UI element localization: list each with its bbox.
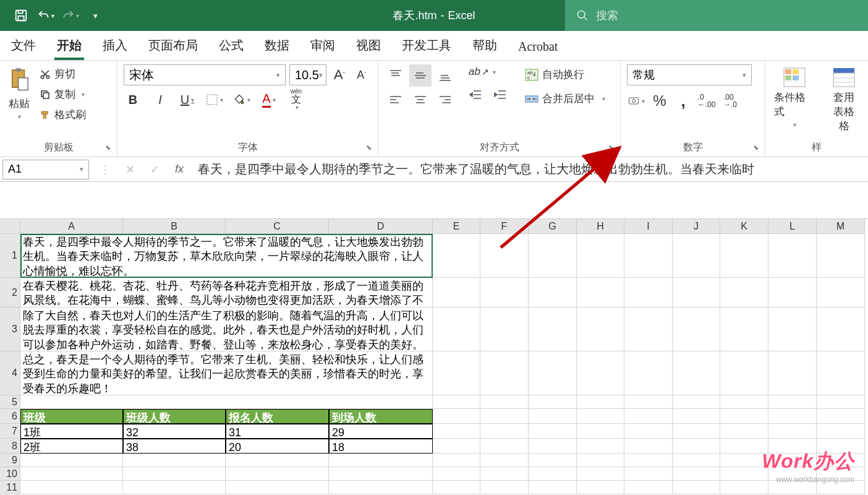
cell[interactable] xyxy=(673,409,720,424)
cell[interactable] xyxy=(20,481,123,494)
fill-color-button[interactable] xyxy=(232,90,251,109)
cell[interactable] xyxy=(433,439,480,454)
cell[interactable] xyxy=(20,467,123,481)
cell[interactable] xyxy=(577,439,624,454)
cell[interactable] xyxy=(817,409,865,424)
cell[interactable]: 班级 xyxy=(20,409,123,424)
cell[interactable] xyxy=(577,308,624,351)
cell[interactable] xyxy=(768,424,817,439)
cell[interactable] xyxy=(720,409,768,424)
cell[interactable]: 到场人数 xyxy=(329,409,433,424)
cancel-formula-icon[interactable]: ✕ xyxy=(117,163,142,176)
cell[interactable] xyxy=(577,481,624,494)
insert-function-icon[interactable]: fx xyxy=(167,163,192,176)
conditional-format-button[interactable]: 条件格式▾ xyxy=(772,64,817,131)
cell[interactable] xyxy=(529,234,577,278)
increase-font-icon[interactable]: Aˆ xyxy=(330,66,349,84)
align-bottom-icon[interactable] xyxy=(434,64,456,87)
save-icon[interactable] xyxy=(12,7,30,24)
table-format-button[interactable]: 套用 表格格 xyxy=(826,64,862,136)
cell[interactable] xyxy=(226,454,329,467)
increase-indent-icon[interactable] xyxy=(491,85,509,104)
cell[interactable] xyxy=(480,234,529,278)
cell[interactable] xyxy=(624,439,673,454)
col-header-A[interactable]: A xyxy=(20,219,123,234)
cell[interactable]: 报名人数 xyxy=(226,409,329,424)
cell[interactable] xyxy=(123,454,226,467)
cell[interactable]: 2班 xyxy=(20,439,123,454)
currency-button[interactable] xyxy=(627,92,645,110)
tab-help[interactable]: 帮助 xyxy=(470,33,500,60)
cell[interactable] xyxy=(433,234,480,278)
cell[interactable] xyxy=(720,481,768,494)
tab-layout[interactable]: 页面布局 xyxy=(146,33,200,60)
cell[interactable] xyxy=(768,395,817,409)
decrease-decimal-icon[interactable]: .00→.0 xyxy=(721,92,739,110)
cell[interactable] xyxy=(817,395,865,409)
cell[interactable]: 春天，是四季中最令人期待的季节之一。它带来了温暖的气息，让大地焕发出勃勃生机。当… xyxy=(20,234,433,278)
row-header-7[interactable]: 7 xyxy=(0,424,20,439)
cell[interactable] xyxy=(673,234,720,278)
align-top-icon[interactable] xyxy=(385,64,407,87)
cell[interactable] xyxy=(720,308,768,351)
cell[interactable] xyxy=(817,351,865,395)
cell[interactable] xyxy=(433,278,480,308)
cell[interactable] xyxy=(123,467,226,481)
font-launcher[interactable]: ⬊ xyxy=(366,144,372,152)
cell[interactable] xyxy=(768,409,817,424)
cell[interactable] xyxy=(673,454,720,467)
cell[interactable] xyxy=(577,409,624,424)
cell[interactable] xyxy=(433,481,480,494)
col-header-C[interactable]: C xyxy=(226,219,329,234)
row-header-11[interactable]: 11 xyxy=(0,481,20,494)
cell[interactable] xyxy=(673,278,720,308)
percent-button[interactable]: % xyxy=(650,92,669,110)
cell[interactable] xyxy=(817,424,865,439)
cell[interactable] xyxy=(624,278,673,308)
cell[interactable] xyxy=(480,424,529,439)
cell[interactable] xyxy=(577,424,624,439)
cell[interactable] xyxy=(577,454,624,467)
cell[interactable] xyxy=(529,278,577,308)
cell[interactable] xyxy=(673,395,720,409)
cell[interactable] xyxy=(329,481,433,494)
cell[interactable] xyxy=(624,308,673,351)
cell[interactable]: 29 xyxy=(329,424,433,439)
cell[interactable] xyxy=(20,395,433,409)
phonetic-button[interactable]: wén文 xyxy=(287,90,305,109)
font-color-button[interactable]: A xyxy=(260,90,278,109)
cell[interactable] xyxy=(480,439,529,454)
search-input[interactable] xyxy=(596,9,857,22)
bold-button[interactable]: B xyxy=(124,90,142,109)
clipboard-launcher[interactable]: ⬊ xyxy=(105,144,111,152)
cell[interactable] xyxy=(577,234,624,278)
qat-customize-icon[interactable]: ▾ xyxy=(87,7,104,24)
align-middle-icon[interactable] xyxy=(409,64,432,87)
cell[interactable] xyxy=(480,467,529,481)
cell[interactable] xyxy=(817,308,865,351)
cell[interactable] xyxy=(673,467,720,481)
cell[interactable] xyxy=(768,308,817,351)
cell[interactable] xyxy=(529,481,577,494)
formula-bar[interactable]: 春天，是四季中最令人期待的季节之一。它带来了温暖的气息，让大地焕发出勃勃生机。当… xyxy=(192,161,868,178)
tab-review[interactable]: 审阅 xyxy=(308,33,338,60)
cell[interactable]: 32 xyxy=(123,424,226,439)
cell[interactable] xyxy=(624,467,673,481)
copy-button[interactable]: 复制▾ xyxy=(37,86,88,103)
cell[interactable] xyxy=(480,409,529,424)
cell[interactable] xyxy=(529,395,577,409)
cell[interactable] xyxy=(529,409,577,424)
col-header-M[interactable]: M xyxy=(817,219,865,234)
cell[interactable] xyxy=(577,467,624,481)
row-header-9[interactable]: 9 xyxy=(0,454,20,467)
cut-button[interactable]: 剪切 xyxy=(37,66,88,82)
row-header-3[interactable]: 3 xyxy=(0,308,20,351)
cell-grid[interactable]: 春天，是四季中最令人期待的季节之一。它带来了温暖的气息，让大地焕发出勃勃生机。当… xyxy=(20,234,865,494)
cell[interactable] xyxy=(624,481,673,494)
cell[interactable] xyxy=(433,454,480,467)
cell[interactable] xyxy=(529,308,577,351)
increase-decimal-icon[interactable]: .0←.00 xyxy=(697,92,716,110)
cell[interactable] xyxy=(817,234,865,278)
col-header-L[interactable]: L xyxy=(768,219,817,234)
cell[interactable] xyxy=(768,234,817,278)
